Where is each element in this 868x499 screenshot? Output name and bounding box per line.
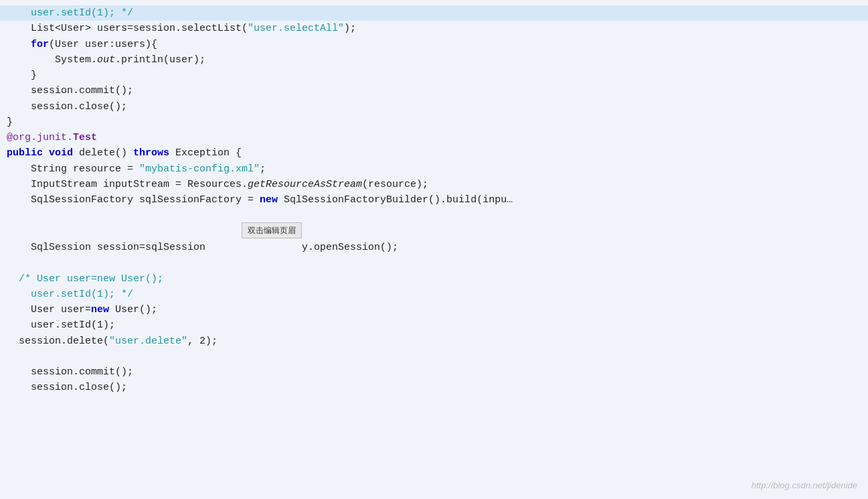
code-line-18: User user=new User(); [0, 302, 868, 317]
code-line-13: SqlSessionFactory sqlSessionFactory = ne… [0, 192, 868, 208]
code-text: session.commit(); [0, 83, 133, 98]
code-line-17: user.setId(1); */ [0, 287, 868, 302]
code-line-2: List<User> users=session.selectList("use… [0, 21, 868, 36]
code-line-20: session.delete("user.delete", 2); [0, 334, 868, 349]
code-text: session.close(); [0, 380, 127, 395]
code-text: SqlSessionFactory sqlSessionFactory = ne… [0, 192, 513, 208]
code-line-10: public void delete() throws Exception { [0, 145, 868, 161]
code-line-8: } [0, 115, 868, 130]
code-text: SqlSession session=sqlSession 双击编辑页眉 y.o… [0, 208, 398, 255]
code-text: System.out.println(user); [0, 52, 205, 68]
code-text: user.setId(1); */ [0, 287, 133, 302]
code-text: user.setId(1); [0, 317, 115, 333]
code-text: } [0, 68, 37, 83]
watermark: http://blog.csdn.net/jidenide [752, 479, 857, 492]
code-line-22: session.commit(); [0, 364, 868, 380]
code-text: session.close(); [0, 99, 127, 115]
code-line-7: session.close(); [0, 99, 868, 115]
code-line-15 [0, 255, 868, 271]
tooltip: 双击编辑页眉 [242, 222, 302, 239]
code-text: public void delete() throws Exception { [0, 145, 242, 161]
code-line-1: user.setId(1); */ [0, 5, 868, 21]
code-text: @org.junit.Test [0, 130, 97, 145]
code-text: String resource = "mybatis-config.xml"; [0, 161, 266, 177]
code-line-16: /* User user=new User(); [0, 271, 868, 287]
code-text: } [0, 115, 13, 130]
code-text: User user=new User(); [0, 302, 157, 317]
code-line-14: SqlSession session=sqlSession 双击编辑页眉 y.o… [0, 208, 868, 255]
code-text: List<User> users=session.selectList("use… [0, 21, 356, 36]
code-text: InputStream inputStream = Resources.getR… [0, 177, 428, 192]
code-line-19: user.setId(1); [0, 317, 868, 333]
code-text [0, 349, 13, 364]
code-line-4: System.out.println(user); [0, 52, 868, 68]
code-line-11: String resource = "mybatis-config.xml"; [0, 161, 868, 177]
code-text: session.commit(); [0, 364, 133, 380]
code-text: session.delete("user.delete", 2); [0, 334, 218, 349]
code-line-21 [0, 349, 868, 364]
code-line-3: for(User user:users){ [0, 37, 868, 52]
code-line-5: } [0, 68, 868, 83]
code-editor: user.setId(1); */ List<User> users=sessi… [0, 0, 868, 499]
code-text [0, 255, 13, 271]
code-text: /* User user=new User(); [0, 271, 163, 287]
code-text: for(User user:users){ [0, 37, 157, 52]
code-line-6: session.commit(); [0, 83, 868, 98]
code-text: user.setId(1); */ [0, 5, 133, 21]
code-line-9: @org.junit.Test [0, 130, 868, 145]
code-line-12: InputStream inputStream = Resources.getR… [0, 177, 868, 192]
code-line-23: session.close(); [0, 380, 868, 395]
